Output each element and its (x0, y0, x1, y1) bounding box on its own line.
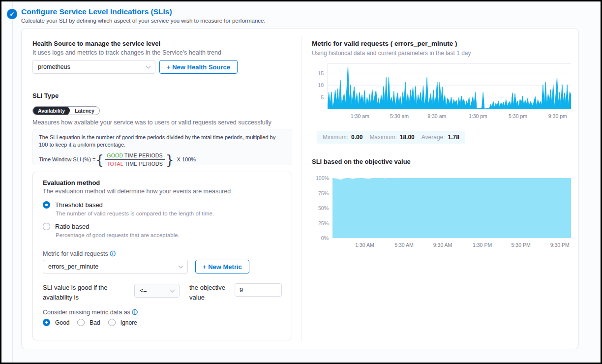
ratio-based-radio[interactable] (43, 223, 50, 230)
minimum-label: Minimum: (323, 134, 348, 141)
y-axis-tick-label: 25% (316, 220, 329, 226)
step-complete-check-icon: ✓ (7, 9, 17, 19)
missing-metric-data-label: Consider missing metric data as ⓘ (43, 308, 138, 317)
sli-type-availability-tab[interactable]: Availability (33, 106, 70, 115)
metric-dropdown[interactable]: errors_per_minute (43, 260, 188, 273)
sli-type-latency-tab[interactable]: Latency (70, 106, 99, 115)
equation-good-term: GOOD (107, 152, 123, 158)
ratio-based-description: Percentage of good requests that are acc… (56, 232, 180, 238)
operator-dropdown[interactable]: <= (134, 284, 180, 298)
missing-data-options: Good Bad Ignore (43, 319, 137, 326)
info-icon[interactable]: ⓘ (110, 250, 116, 257)
bad-label: Bad (90, 319, 100, 326)
good-radio[interactable] (43, 319, 50, 326)
threshold-based-radio[interactable] (43, 201, 50, 209)
ratio-based-label: Ratio based (55, 223, 89, 230)
equation-close-brace: } (166, 151, 174, 169)
metric-valid-requests-label: Metric for valid requests ⓘ (43, 250, 116, 258)
y-axis-tick-label: 15 (311, 70, 324, 76)
ratio-based-option[interactable]: Ratio based (43, 223, 89, 230)
ignore-radio[interactable] (108, 319, 116, 326)
maximum-value: 18.00 (400, 134, 415, 141)
page-title: Configure Service Level Indicatiors (SLI… (21, 7, 172, 16)
y-axis-tick-label: 5 (311, 94, 324, 100)
equation-fraction: GOOD TIME PERIODS TOTAL TIME PERIODS (105, 152, 165, 168)
column-divider (301, 36, 301, 342)
new-health-source-button[interactable]: + New Health Source (159, 60, 238, 74)
equation-total-term: TOTAL (107, 161, 123, 167)
sli-type-description: Measures how available your service was … (32, 119, 271, 126)
sli-good-if-label: SLI value is good if the availability is (43, 283, 134, 303)
health-source-description: It uses logs and metrics to track change… (32, 49, 221, 56)
metric-chart-subtitle: Using historical data and current parame… (312, 50, 471, 57)
metric-chart-title: Metric for valid requests ( errors_per_m… (312, 40, 457, 47)
x-axis-tick-label: 1:30 PM (473, 242, 492, 248)
chevron-down-icon (179, 264, 183, 269)
objective-value-label: the objective value (189, 283, 235, 303)
equation-lhs: Time Window SLI (%) = (39, 156, 95, 163)
average-label: Average: (421, 134, 445, 141)
metric-chart: 510151:30 am5:30 am9:30 am1:30 pm5:30 pm… (312, 63, 572, 122)
objective-value-input[interactable] (235, 283, 282, 297)
equation-numerator-rest: TIME PERIODS (123, 152, 163, 158)
x-axis-tick-label: 1:30 pm (469, 113, 487, 119)
sli-equation: Time Window SLI (%) = { GOOD TIME PERIOD… (39, 151, 286, 169)
x-axis-tick-label: 5:30 AM (394, 242, 414, 248)
metric-dropdown-value: errors_per_minute (48, 263, 98, 270)
evaluation-method-description: The evaluation method will determine how… (43, 188, 231, 195)
new-metric-button[interactable]: + New Metric (195, 260, 249, 273)
equation-rhs: X 100% (177, 156, 196, 163)
chevron-down-icon (146, 64, 151, 69)
health-source-dropdown-value: prometheus (38, 63, 70, 70)
y-axis-tick-label: 100% (316, 175, 329, 181)
good-label: Good (55, 319, 69, 326)
equation-denominator-rest: TIME PERIODS (123, 161, 163, 167)
x-axis-tick-label: 9:30 PM (550, 242, 570, 248)
operator-dropdown-value: <= (140, 287, 147, 294)
x-axis-tick-label: 5:30 pm (509, 113, 527, 119)
x-axis-tick-label: 9:30 am (427, 113, 446, 119)
sli-type-toggle: Availability Latency (32, 106, 100, 115)
x-axis-tick-label: 5:30 PM (512, 242, 531, 248)
sli-equation-intro: The SLI equation is the number of good t… (39, 134, 286, 149)
minimum-value: 0.00 (351, 134, 362, 141)
sli-type-label: SLI Type (32, 92, 59, 99)
missing-data-ignore-option[interactable]: Ignore (108, 319, 137, 326)
y-axis-tick-label: 0% (316, 235, 329, 241)
metric-stats-badge: Minimum: 0.00 Maximum: 18.00 Average: 1.… (317, 131, 465, 144)
x-axis-tick-label: 1:30 am (351, 113, 369, 119)
evaluation-method-card: Evaluation method The evaluation method … (32, 172, 292, 340)
x-axis-tick-label: 9:30 AM (433, 242, 452, 248)
bad-radio[interactable] (77, 319, 85, 326)
y-axis-tick-label: 75% (316, 190, 329, 196)
sli-chart-title: SLI based on the objective value (312, 158, 411, 165)
x-axis-tick-label: 5:30 am (390, 113, 409, 119)
y-axis-tick-label: 10 (311, 82, 324, 88)
threshold-based-description: The number of valid requests is compared… (56, 211, 214, 216)
x-axis-tick-label: 9:30 pm (548, 113, 567, 119)
equation-open-brace: { (95, 151, 104, 169)
missing-data-good-option[interactable]: Good (43, 319, 69, 326)
ignore-label: Ignore (120, 319, 137, 326)
health-source-dropdown[interactable]: prometheus (32, 60, 155, 74)
threshold-based-label: Threshold based (55, 201, 103, 209)
missing-data-bad-option[interactable]: Bad (77, 319, 100, 326)
threshold-based-option[interactable]: Threshold based (43, 201, 103, 209)
chevron-down-icon (170, 288, 175, 293)
maximum-label: Maximum: (369, 134, 396, 141)
sli-equation-box: The SLI equation is the number of good t… (32, 129, 292, 165)
y-axis-tick-label: 50% (316, 205, 329, 211)
page-subtitle: Calculate your SLI by defining which asp… (21, 18, 266, 24)
info-icon[interactable]: ⓘ (132, 309, 138, 316)
health-source-label: Health Source to manage the service leve… (32, 40, 160, 47)
step-connector-line (12, 1, 13, 363)
sli-config-card: Health Source to manage the service leve… (21, 29, 579, 349)
x-axis-tick-label: 1:30 AM (355, 242, 374, 248)
sli-chart: 0%25%50%75%100%1:30 AM5:30 AM9:30 AM1:30… (312, 173, 577, 252)
evaluation-method-title: Evaluation method (43, 179, 100, 186)
average-value: 1.78 (448, 134, 459, 141)
